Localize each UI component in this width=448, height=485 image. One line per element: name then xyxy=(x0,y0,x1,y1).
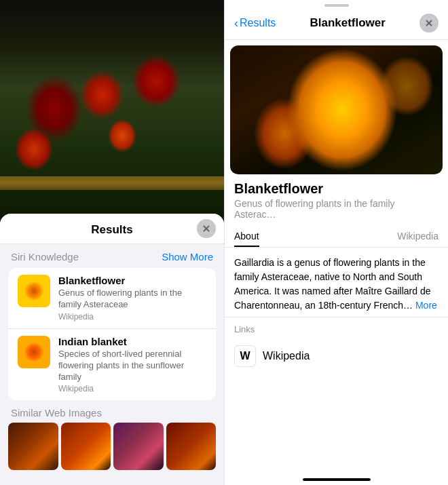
web-images-row xyxy=(0,423,224,470)
blanketflower-thumbnail xyxy=(18,275,50,307)
description-text: Gaillardia is a genus of flowering plant… xyxy=(225,248,448,317)
results-header: Results xyxy=(0,214,224,244)
blanketflower-desc: Genus of flowering plants in the family … xyxy=(58,288,206,311)
results-title: Results xyxy=(91,223,132,237)
indian-blanket-desc: Species of short-lived perennial floweri… xyxy=(58,349,206,383)
tab-wikipedia[interactable]: Wikipedia xyxy=(397,227,438,247)
knowledge-item-indian-blanket[interactable]: Indian blanket Species of short-lived pe… xyxy=(8,329,216,401)
links-header: Links xyxy=(225,317,448,338)
blanketflower-text: Blanketflower Genus of flowering plants … xyxy=(58,275,206,322)
tab-about[interactable]: About xyxy=(234,227,259,247)
right-panel: ‹ Results Blanketflower Blanketflower Ge… xyxy=(224,0,448,485)
indian-blanket-text: Indian blanket Species of short-lived pe… xyxy=(58,336,206,394)
show-more-button[interactable]: Show More xyxy=(162,251,213,263)
wikipedia-link-item[interactable]: W Wikipedia xyxy=(225,338,448,374)
results-close-button[interactable] xyxy=(197,219,216,238)
detail-tabs: About Wikipedia xyxy=(225,227,448,248)
knowledge-item-blanketflower[interactable]: Blanketflower Genus of flowering plants … xyxy=(8,268,216,329)
back-label: Results xyxy=(240,17,276,29)
detail-subtitle: Genus of flowering plants in the family … xyxy=(225,198,448,227)
tab-spacer xyxy=(276,227,398,247)
blanketflower-source: Wikipedia xyxy=(58,312,206,322)
blanketflower-name: Blanketflower xyxy=(58,275,206,286)
right-header: ‹ Results Blanketflower xyxy=(225,7,448,40)
wood-border xyxy=(0,176,224,190)
web-image-2[interactable] xyxy=(61,423,111,470)
results-panel: Results Siri Knowledge Show More Blanket… xyxy=(0,214,224,485)
similar-web-images-header: Similar Web Images xyxy=(0,400,224,423)
wikipedia-link-label: Wikipedia xyxy=(263,350,310,362)
back-chevron-icon: ‹ xyxy=(234,16,238,31)
right-close-button[interactable] xyxy=(419,14,438,33)
web-image-1[interactable] xyxy=(8,423,58,470)
left-panel: Results Siri Knowledge Show More Blanket… xyxy=(0,0,224,485)
more-link[interactable]: More xyxy=(415,300,437,311)
detail-name: Blanketflower xyxy=(225,174,448,198)
wikipedia-icon: W xyxy=(234,345,256,367)
web-image-3[interactable] xyxy=(113,423,164,470)
siri-knowledge-label: Siri Knowledge xyxy=(11,251,79,263)
hero-flower-image xyxy=(230,45,443,174)
siri-knowledge-row: Siri Knowledge Show More xyxy=(0,244,224,268)
background-photo xyxy=(0,0,224,217)
description-body: Gaillardia is a genus of flowering plant… xyxy=(234,257,430,311)
indian-blanket-name: Indian blanket xyxy=(58,336,206,347)
back-button[interactable]: ‹ Results xyxy=(234,16,276,31)
indian-blanket-source: Wikipedia xyxy=(58,384,206,393)
knowledge-items-list: Blanketflower Genus of flowering plants … xyxy=(8,268,216,400)
indian-blanket-thumbnail xyxy=(18,336,50,368)
right-panel-title: Blanketflower xyxy=(310,16,385,30)
web-image-4[interactable] xyxy=(166,423,217,470)
bottom-home-bar xyxy=(303,478,371,481)
